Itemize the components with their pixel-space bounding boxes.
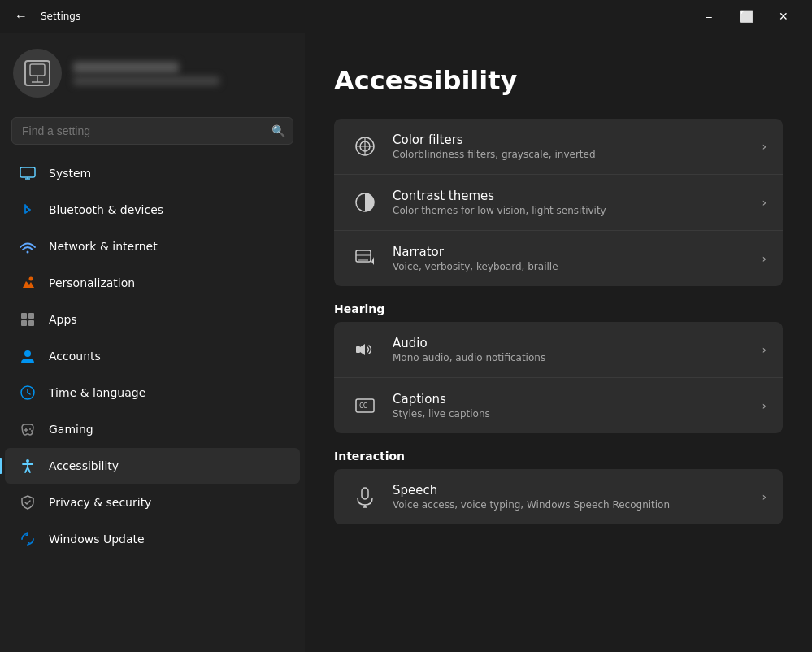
back-button[interactable]: ← xyxy=(10,5,33,28)
search-wrapper: 🔍 xyxy=(11,117,293,145)
svg-rect-1 xyxy=(30,64,45,76)
svg-rect-11 xyxy=(21,320,27,326)
speech-title: Speech xyxy=(393,483,762,498)
chevron-right-icon: › xyxy=(762,140,766,153)
captions-card[interactable]: CC Captions Styles, live captions › xyxy=(334,378,783,433)
contrast-themes-card[interactable]: Contrast themes Color themes for low vis… xyxy=(334,175,783,231)
user-email xyxy=(73,76,219,85)
svg-point-8 xyxy=(29,277,33,281)
sidebar-item-label: Gaming xyxy=(49,423,93,436)
audio-card[interactable]: Audio Mono audio, audio notifications › xyxy=(334,322,783,378)
system-icon xyxy=(18,163,37,183)
user-info xyxy=(73,62,219,85)
color-filter-icon xyxy=(350,132,380,161)
sidebar-item-label: Accounts xyxy=(49,350,101,363)
chevron-right-icon: › xyxy=(762,399,766,412)
search-input[interactable] xyxy=(11,117,293,145)
time-icon xyxy=(18,383,37,402)
close-button[interactable]: ✕ xyxy=(765,3,802,29)
audio-text: Audio Mono audio, audio notifications xyxy=(393,336,762,363)
captions-icon: CC xyxy=(350,391,380,420)
search-container: 🔍 xyxy=(0,111,305,154)
sidebar-item-network[interactable]: Network & internet xyxy=(5,228,300,264)
user-name xyxy=(73,62,179,73)
contrast-themes-text: Contrast themes Color themes for low vis… xyxy=(393,189,762,216)
svg-rect-33 xyxy=(362,488,368,499)
contrast-themes-title: Contrast themes xyxy=(393,189,762,203)
speech-subtitle: Voice access, voice typing, Windows Spee… xyxy=(393,499,762,511)
color-filters-card[interactable]: Color filters Colorblindness filters, gr… xyxy=(334,119,783,175)
sidebar-item-label: Network & internet xyxy=(49,240,158,253)
network-icon xyxy=(18,237,37,256)
sidebar-item-label: Personalization xyxy=(49,276,135,289)
personalization-icon xyxy=(18,273,37,293)
chevron-right-icon: › xyxy=(762,343,766,356)
apps-icon xyxy=(18,310,37,329)
update-icon xyxy=(18,529,37,549)
sidebar-item-update[interactable]: Windows Update xyxy=(5,521,300,557)
audio-title: Audio xyxy=(393,336,762,350)
accounts-icon xyxy=(18,346,37,366)
sidebar-item-apps[interactable]: Apps xyxy=(5,302,300,337)
speech-text: Speech Voice access, voice typing, Windo… xyxy=(393,483,762,511)
sidebar-item-label: Windows Update xyxy=(49,532,145,546)
title-bar-left: ← Settings xyxy=(10,5,80,28)
interaction-section-header: Interaction xyxy=(334,450,783,463)
sidebar: 🔍 System xyxy=(0,33,305,652)
svg-point-20 xyxy=(31,430,33,432)
svg-point-13 xyxy=(24,350,31,357)
svg-line-16 xyxy=(28,393,30,394)
svg-point-7 xyxy=(27,251,29,254)
narrator-card[interactable]: Narrator Voice, verbosity, keyboard, bra… xyxy=(334,231,783,286)
svg-rect-10 xyxy=(28,313,34,319)
sidebar-item-label: Time & language xyxy=(49,386,145,399)
narrator-subtitle: Voice, verbosity, keyboard, braille xyxy=(393,261,762,272)
captions-text: Captions Styles, live captions xyxy=(393,392,762,419)
sidebar-nav: System Bluetooth & devices xyxy=(0,154,305,558)
svg-rect-9 xyxy=(21,313,27,319)
sidebar-item-label: Bluetooth & devices xyxy=(49,203,163,216)
user-section[interactable] xyxy=(0,33,305,111)
sidebar-item-personalization[interactable]: Personalization xyxy=(5,265,300,301)
narrator-title: Narrator xyxy=(393,245,762,259)
hearing-section: Audio Mono audio, audio notifications › … xyxy=(334,322,783,433)
contrast-themes-subtitle: Color themes for low vision, light sensi… xyxy=(393,205,762,216)
contrast-icon xyxy=(350,188,380,217)
minimize-button[interactable]: – xyxy=(690,3,727,29)
maximize-button[interactable]: ⬜ xyxy=(727,3,765,29)
title-bar-title: Settings xyxy=(41,11,80,22)
hearing-section-header: Hearing xyxy=(334,302,783,315)
accessibility-icon xyxy=(18,456,37,476)
chevron-right-icon: › xyxy=(762,196,766,209)
color-filters-subtitle: Colorblindness filters, grayscale, inver… xyxy=(393,149,762,160)
page-title: Accessibility xyxy=(334,65,783,96)
sidebar-item-privacy[interactable]: Privacy & security xyxy=(5,485,300,520)
sidebar-item-time[interactable]: Time & language xyxy=(5,375,300,411)
privacy-icon xyxy=(18,493,37,512)
chevron-right-icon: › xyxy=(762,490,766,503)
sidebar-item-accounts[interactable]: Accounts xyxy=(5,338,300,374)
svg-rect-12 xyxy=(28,320,34,326)
sidebar-item-bluetooth[interactable]: Bluetooth & devices xyxy=(5,192,300,228)
title-bar: ← Settings – ⬜ ✕ xyxy=(0,0,812,33)
interaction-section: Speech Voice access, voice typing, Windo… xyxy=(334,469,783,524)
audio-icon xyxy=(350,335,380,364)
sidebar-item-label: Accessibility xyxy=(49,459,119,472)
color-filters-title: Color filters xyxy=(393,133,762,147)
narrator-icon xyxy=(350,244,380,273)
svg-rect-4 xyxy=(20,167,35,177)
speech-icon xyxy=(350,482,380,511)
sidebar-item-label: Apps xyxy=(49,313,77,326)
svg-text:CC: CC xyxy=(359,402,367,410)
app-layout: 🔍 System xyxy=(0,33,812,652)
chevron-right-icon: › xyxy=(762,252,766,265)
title-bar-controls: – ⬜ ✕ xyxy=(690,3,802,29)
sidebar-item-accessibility[interactable]: Accessibility xyxy=(5,448,300,484)
bluetooth-icon xyxy=(18,200,37,220)
sidebar-item-label: System xyxy=(49,167,91,180)
sidebar-item-label: Privacy & security xyxy=(49,496,151,509)
narrator-text: Narrator Voice, verbosity, keyboard, bra… xyxy=(393,245,762,272)
speech-card[interactable]: Speech Voice access, voice typing, Windo… xyxy=(334,469,783,524)
sidebar-item-system[interactable]: System xyxy=(5,155,300,191)
sidebar-item-gaming[interactable]: Gaming xyxy=(5,411,300,447)
